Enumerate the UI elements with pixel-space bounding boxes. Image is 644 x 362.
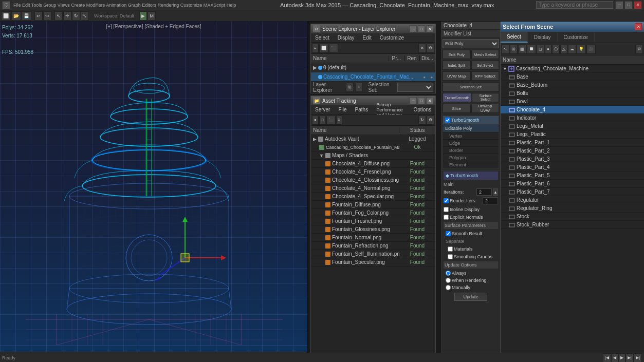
asset-tb1[interactable]: ●: [312, 116, 319, 125]
sfs-row-pp2[interactable]: Plastic_Part_2: [501, 147, 644, 155]
toolbar-scale[interactable]: ⤡: [81, 11, 89, 21]
layer-btn1[interactable]: ⊞: [346, 83, 354, 92]
maximize-btn[interactable]: □: [624, 1, 633, 9]
asset-row-tex7[interactable]: Fountain_Fog_Color.png Found: [311, 209, 435, 217]
search-input[interactable]: [536, 1, 613, 9]
sfs-tree-row-root[interactable]: ▼ Cascading_Chocolate_Machine: [501, 65, 644, 73]
sfs-tb-icon3[interactable]: 🔲: [527, 45, 536, 54]
ts-update-btn[interactable]: Update: [454, 293, 487, 301]
toolbar-open[interactable]: 📂: [11, 11, 21, 21]
scene-tb-select-all[interactable]: ≡: [312, 44, 319, 53]
minimize-btn[interactable]: ─: [615, 1, 623, 9]
asset-row-tex1[interactable]: Chocolate_4_Diffuse.png Found: [311, 160, 435, 168]
ts-render-iters-input[interactable]: [483, 197, 498, 204]
stack-ts-checkbox[interactable]: [445, 118, 450, 123]
scene-row-fountain[interactable]: Cascading_Chocolate_Fountain_Mac... ● ●: [311, 72, 435, 82]
sfs-tree[interactable]: ▼ Cascading_Chocolate_Machine Base: [501, 65, 644, 362]
close-btn[interactable]: ✕: [634, 1, 642, 9]
asset-row-maps[interactable]: ▼ Maps / Shaders: [311, 151, 435, 160]
toolbar-select[interactable]: ↖: [54, 11, 63, 21]
sfs-row-stock[interactable]: Stock: [501, 213, 644, 221]
asset-restore[interactable]: □: [418, 97, 425, 104]
ts-isoline-check[interactable]: [444, 207, 449, 212]
asset-tb3[interactable]: ⬛: [326, 116, 336, 125]
sfs-tab-customize[interactable]: Customize: [558, 32, 595, 43]
app-icon[interactable]: ⬡: [2, 1, 10, 9]
asset-row-tex12[interactable]: Fountain_Self_Illumination.png Found: [311, 250, 435, 258]
asset-row-tex5[interactable]: Chocolate_4_Specular.png Found: [311, 193, 435, 201]
sfs-row-indicator[interactable]: Indicator: [501, 114, 644, 122]
asset-row-vault[interactable]: ▶ Autodesk Vault Logged: [311, 135, 435, 143]
modifier-edit-poly-btn[interactable]: Edit Poly: [443, 50, 471, 59]
asset-row-tex10[interactable]: Fountain_Normal.png Found: [311, 234, 435, 242]
asset-tb-sync[interactable]: ↻: [418, 116, 426, 125]
scene-tb-none[interactable]: ⬜: [319, 44, 328, 53]
asset-menu-file[interactable]: File: [334, 105, 351, 114]
toolbar-undo[interactable]: ↩: [34, 11, 43, 21]
toolbar-save[interactable]: 💾: [22, 11, 31, 21]
sfs-row-bowl[interactable]: Bowl: [501, 98, 644, 106]
ts-manually-radio[interactable]: [446, 285, 451, 290]
modifier-indet-split-btn[interactable]: Indet. Split: [443, 61, 471, 70]
scene-tb-close-x[interactable]: ✕: [418, 44, 426, 53]
scene-explorer-minimize[interactable]: ─: [410, 25, 417, 32]
asset-row-tex4[interactable]: Chocolate_4_Normal.png Found: [311, 184, 435, 193]
modifier-surface-select-btn[interactable]: Surface Select: [472, 93, 499, 102]
scene-row-default-layer[interactable]: ▶ 0 (default): [311, 63, 435, 72]
asset-row-tex3[interactable]: Chocolate_4_Glossiness.png Found: [311, 176, 435, 184]
sfs-tb-icon2[interactable]: ▦: [518, 45, 526, 54]
asset-close[interactable]: ✕: [426, 97, 433, 104]
asset-row-main-file[interactable]: Cascading_Chocolate_Fountain_Machine_max…: [311, 143, 435, 151]
modifier-sel-select-btn[interactable]: Sel.Select: [471, 61, 500, 70]
timeline-prev-btn[interactable]: ◀: [611, 353, 618, 363]
sfs-tab-display[interactable]: Display: [528, 32, 558, 43]
sfs-tab-select[interactable]: Select: [501, 32, 528, 43]
stack-border[interactable]: Border: [443, 147, 499, 154]
scene-menu-edit[interactable]: Edit: [359, 33, 376, 42]
toolbar-new[interactable]: ⬜: [1, 11, 11, 21]
toolbar-move[interactable]: ✛: [63, 11, 71, 21]
timeline-next-btn[interactable]: ▶|: [625, 353, 634, 363]
asset-row-tex8[interactable]: Fountain_Fresnel.png Found: [311, 217, 435, 225]
modifier-mesh-select-btn[interactable]: Mesh Select: [471, 50, 500, 59]
stack-turbosmooth[interactable]: TurboSmooth: [443, 116, 499, 124]
scene-explorer-close[interactable]: ✕: [426, 25, 433, 32]
sfs-tb-icon8[interactable]: ☁: [568, 45, 576, 54]
modifier-list-dropdown[interactable]: Edit Poly Mesh Select TurboSmooth UVW Ma…: [443, 39, 499, 48]
stack-polygon[interactable]: Polygon: [443, 154, 499, 161]
asset-minimize[interactable]: ─: [410, 97, 417, 104]
sfs-tb-icon4[interactable]: ◻: [537, 45, 544, 54]
ts-smooth-result-check[interactable]: [446, 231, 451, 236]
ts-explicit-check[interactable]: [444, 215, 449, 220]
asset-tb-settings[interactable]: ⚙: [427, 116, 434, 125]
sfs-row-bolts[interactable]: Bolts: [501, 89, 644, 98]
sfs-tb-filter[interactable]: ⚙: [635, 45, 643, 54]
sfs-row-pp3[interactable]: Plastic_Part_3: [501, 155, 644, 163]
modifier-slice-btn[interactable]: Slice: [443, 104, 471, 113]
asset-row-tex2[interactable]: Chocolate_4_Fresnel.png Found: [311, 168, 435, 176]
stack-element[interactable]: Element: [443, 161, 499, 168]
sfs-row-base-bottom[interactable]: Base_Bottom: [501, 81, 644, 89]
asset-row-tex11[interactable]: Fountain_Refraction.png Found: [311, 242, 435, 250]
ts-iterations-input[interactable]: [476, 188, 492, 196]
sfs-row-pp4[interactable]: Plastic_Part_4: [501, 163, 644, 172]
ts-when-rendering-radio[interactable]: [446, 278, 451, 283]
scene-tb-settings[interactable]: ⚙: [427, 44, 434, 53]
sfs-row-pp6[interactable]: Plastic_Part_6: [501, 180, 644, 188]
ts-render-iters-check[interactable]: [444, 198, 449, 203]
asset-row-tex9[interactable]: Fountain_Glossiness.png Found: [311, 225, 435, 234]
modifier-turbosmooth-btn[interactable]: TurboSmooth: [443, 93, 471, 102]
scene-menu-display[interactable]: Display: [334, 33, 359, 42]
sfs-row-stock-rubber[interactable]: Stock_Rubber: [501, 221, 644, 229]
scene-tb-invert[interactable]: ⬛: [329, 44, 338, 53]
sfs-row-pp5[interactable]: Plastic_Part_5: [501, 172, 644, 180]
sfs-tb-select[interactable]: ↖: [502, 45, 509, 54]
asset-menu-bitmap[interactable]: Bitmap Performance and Memory: [372, 105, 409, 114]
asset-tb4[interactable]: ≡: [336, 116, 343, 125]
timeline-play-btn[interactable]: ▶: [618, 353, 625, 363]
scene-menu-select[interactable]: Select: [311, 33, 334, 42]
stack-editable-poly[interactable]: Editable Poly: [443, 124, 499, 132]
scene-menu-customize[interactable]: Customize: [376, 33, 408, 42]
stack-edge[interactable]: Edge: [443, 140, 499, 147]
timeline-start-btn[interactable]: |◀: [603, 353, 611, 363]
